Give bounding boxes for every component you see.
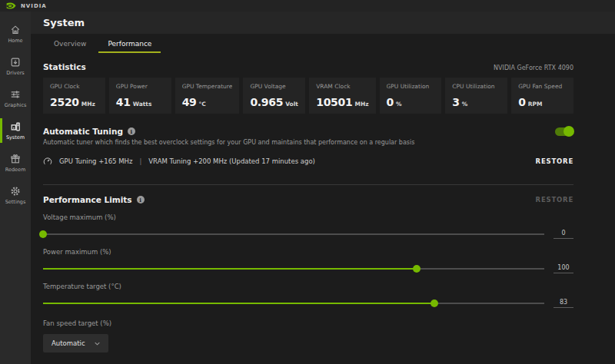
sidebar-item-label: Graphics	[5, 102, 27, 108]
drivers-icon	[10, 57, 21, 68]
sidebar-item-label: System	[6, 134, 25, 141]
temperature-target-label: Temperature target (°C)	[43, 283, 573, 290]
stat-label: GPU Utilization	[387, 83, 435, 90]
performance-limits-title: Performance Limits	[43, 195, 132, 204]
power-maximum-group: Power maximum (%) 100	[43, 248, 573, 273]
vram-tuning-status: VRAM Tuning +200 MHz (Updated 17 minutes…	[148, 157, 315, 165]
stat-label: CPU Utilization	[452, 83, 500, 90]
slider-thumb[interactable]	[39, 230, 47, 238]
stat-label: GPU Clock	[50, 83, 98, 90]
sidebar: Home Drivers Graphics System Redeem	[0, 12, 31, 364]
slider-thumb[interactable]	[430, 299, 438, 307]
voltage-maximum-label: Voltage maximum (%)	[43, 213, 573, 221]
stat-unit: Volt	[285, 101, 298, 108]
temperature-target-slider[interactable]	[43, 299, 544, 307]
fan-speed-selected-value: Automatic	[52, 339, 85, 347]
tab-bar: Overview Performance	[31, 34, 615, 53]
gpu-name: NVIDIA GeForce RTX 4090	[494, 65, 573, 71]
automatic-tuning-section: Automatic Tuning i Automatic tuner which…	[43, 127, 573, 166]
stat-unit: %	[396, 101, 402, 108]
automatic-tuning-toggle[interactable]	[555, 127, 573, 136]
stat-value: 41	[116, 96, 131, 108]
fan-speed-dropdown[interactable]: Automatic	[43, 334, 108, 352]
stat-value: 0.965	[250, 96, 283, 108]
stat-label: GPU Power	[116, 83, 165, 90]
info-icon[interactable]: i	[137, 196, 145, 204]
sidebar-item-settings[interactable]: Settings	[0, 179, 31, 211]
stat-value: 0	[518, 96, 525, 108]
stat-value: 10501	[316, 96, 352, 108]
main-panel: System Overview Performance Statistics N…	[31, 12, 615, 364]
sidebar-item-system[interactable]: System	[0, 114, 31, 147]
section-divider	[43, 184, 573, 185]
temperature-target-group: Temperature target (°C) 83	[43, 283, 573, 308]
tab-performance[interactable]: Performance	[97, 34, 162, 53]
slider-fill	[43, 303, 434, 304]
sidebar-item-label: Drivers	[6, 70, 24, 76]
stat-value: 49	[182, 96, 197, 108]
tab-overview[interactable]: Overview	[43, 34, 97, 53]
page-header: System	[31, 12, 615, 34]
title-bar: NVIDIA	[0, 0, 615, 12]
info-icon[interactable]: i	[128, 127, 135, 135]
graphics-icon	[10, 89, 21, 100]
toggle-knob	[563, 126, 574, 137]
performance-limits-restore-button[interactable]: RESTORE	[536, 196, 573, 204]
voltage-maximum-slider[interactable]	[43, 230, 544, 238]
stat-card-gpu-power: GPU Power 41Watts	[109, 78, 171, 114]
stat-card-gpu-voltage: GPU Voltage 0.965Volt	[243, 78, 305, 114]
system-icon	[10, 121, 21, 132]
power-maximum-slider[interactable]	[43, 265, 544, 273]
performance-limits-section: Performance Limits i RESTORE Voltage max…	[43, 195, 573, 352]
temperature-target-value[interactable]: 83	[554, 299, 573, 308]
stat-unit: RPM	[528, 101, 543, 108]
sidebar-item-redeem[interactable]: Redeem	[0, 147, 31, 179]
sidebar-item-label: Home	[8, 38, 22, 44]
sidebar-item-home[interactable]: Home	[0, 18, 31, 50]
stat-unit: °C	[199, 101, 206, 108]
stat-card-gpu-temperature: GPU Temperature 49°C	[175, 78, 240, 114]
voltage-maximum-group: Voltage maximum (%) 0	[43, 213, 573, 239]
stat-unit: MHz	[354, 101, 368, 108]
chevron-down-icon	[95, 342, 100, 346]
sidebar-item-label: Settings	[5, 199, 26, 205]
gpu-tuning-status: GPU Tuning +165 MHz	[59, 157, 132, 165]
brand-text: NVIDIA	[21, 3, 47, 9]
power-maximum-label: Power maximum (%)	[43, 248, 573, 256]
tuning-status: GPU Tuning +165 MHz | VRAM Tuning +200 M…	[43, 157, 315, 166]
nvidia-logo-icon	[6, 2, 16, 9]
power-maximum-value[interactable]: 100	[554, 264, 573, 273]
redeem-icon	[10, 154, 21, 164]
stat-label: VRAM Clock	[316, 83, 368, 90]
statistics-header: Statistics NVIDIA GeForce RTX 4090	[43, 62, 573, 71]
slider-track	[43, 233, 544, 235]
stat-card-cpu-utilization: CPU Utilization 3%	[445, 78, 507, 114]
slider-thumb[interactable]	[413, 265, 421, 273]
stat-unit: Watts	[133, 101, 152, 108]
stat-card-vram-clock: VRAM Clock 10501MHz	[309, 78, 375, 114]
statistics-cards: GPU Clock 2520MHz GPU Power 41Watts GPU …	[43, 78, 573, 114]
stat-label: GPU Voltage	[250, 83, 298, 90]
gauge-icon	[43, 157, 52, 166]
stat-value: 0	[387, 96, 394, 108]
sidebar-item-graphics[interactable]: Graphics	[0, 82, 31, 114]
stat-label: GPU Temperature	[182, 83, 233, 90]
stat-label: GPU Fan Speed	[518, 83, 567, 90]
automatic-tuning-restore-button[interactable]: RESTORE	[536, 157, 573, 165]
home-icon	[10, 25, 21, 35]
stat-value: 2520	[50, 96, 79, 108]
fan-speed-target-group: Fan speed target (%) Automatic	[43, 319, 573, 352]
sidebar-item-label: Redeem	[5, 167, 26, 173]
stat-card-gpu-fan-speed: GPU Fan Speed 0RPM	[511, 78, 573, 114]
automatic-tuning-description: Automatic tuner which finds the best ove…	[43, 139, 573, 146]
stat-card-gpu-clock: GPU Clock 2520MHz	[43, 78, 105, 114]
statistics-title: Statistics	[43, 62, 86, 71]
voltage-maximum-value[interactable]: 0	[554, 230, 573, 239]
content: Statistics NVIDIA GeForce RTX 4090 GPU C…	[31, 62, 615, 352]
stat-unit: MHz	[81, 101, 95, 108]
fan-speed-target-label: Fan speed target (%)	[43, 319, 573, 327]
sidebar-item-drivers[interactable]: Drivers	[0, 50, 31, 82]
slider-fill	[43, 268, 417, 270]
status-separator: |	[139, 157, 141, 165]
active-indicator	[0, 118, 2, 143]
